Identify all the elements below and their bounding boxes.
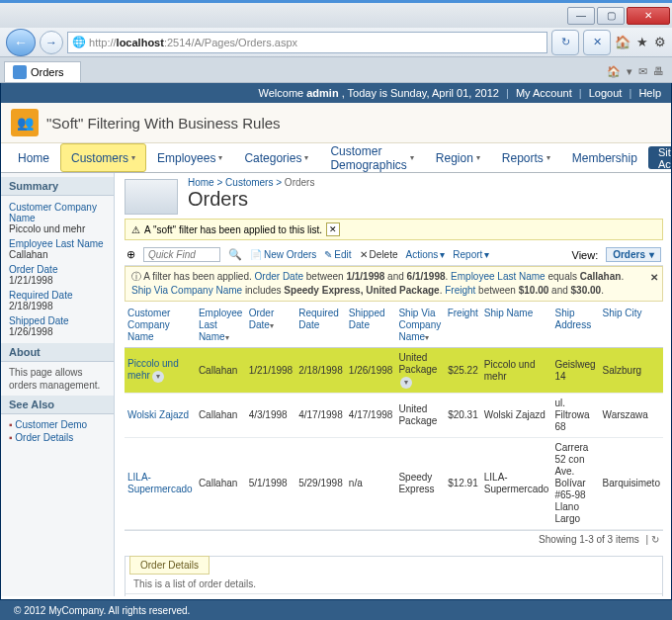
order-details-panel: Order Details This is a list of order de…	[125, 556, 663, 596]
actions-menu[interactable]: Actions ▾	[406, 249, 446, 260]
nav-item-employees[interactable]: Employees ▾	[146, 143, 233, 172]
url-protocol: http://	[89, 37, 117, 48]
browser-tab[interactable]: Orders	[4, 61, 81, 82]
column-header[interactable]: Required Date	[295, 304, 346, 348]
tab-feeds-icon[interactable]: ▾	[627, 65, 632, 78]
nav-item-reports[interactable]: Reports ▾	[491, 143, 561, 172]
column-header[interactable]: Shipped Date	[346, 304, 396, 348]
filter-field[interactable]: Ship Via Company Name	[131, 285, 242, 296]
logout-link[interactable]: Logout	[589, 87, 623, 99]
chevron-down-icon: ▾	[410, 153, 414, 162]
maximize-button[interactable]: ▢	[597, 7, 625, 25]
page-icon	[125, 179, 178, 215]
crumb-customers[interactable]: Customers	[225, 177, 273, 188]
refresh-button[interactable]: ↻	[551, 30, 579, 55]
column-header[interactable]: Customer Company Name	[125, 304, 196, 348]
nav-item-home[interactable]: Home	[7, 143, 60, 172]
footer: © 2012 MyCompany. All rights reserved.	[0, 600, 672, 620]
seealso-link[interactable]: Order Details	[9, 431, 106, 444]
orders-pager: Showing 1-3 of 3 items | ↻	[125, 530, 663, 548]
column-header[interactable]: Order Date▾	[246, 304, 296, 348]
filter-field[interactable]: Employee Last Name	[451, 271, 546, 282]
filter-field[interactable]: Order Date	[255, 271, 303, 282]
edit-button[interactable]: ✎ Edit	[324, 249, 351, 260]
column-header[interactable]: Ship Via Company Name▾	[395, 304, 444, 348]
tools-icon[interactable]: ⚙	[654, 35, 666, 49]
column-header[interactable]: Ship Name	[481, 304, 552, 348]
cell: Carrera 52 con Ave. Bolívar #65-98 Llano…	[551, 438, 599, 530]
orders-grid: Customer Company NameEmployee Last Name▾…	[125, 304, 663, 530]
details-tab[interactable]: Order Details	[129, 556, 210, 575]
sidebar-about-heading: About	[1, 343, 114, 362]
column-header[interactable]: Ship City	[600, 304, 663, 348]
tab-mail-icon[interactable]: ✉	[638, 65, 647, 78]
filter-close[interactable]: ✕	[650, 271, 658, 285]
column-header[interactable]: Employee Last Name▾	[196, 304, 246, 348]
cell: $25.22	[445, 348, 481, 394]
tab-home-icon[interactable]: 🏠	[607, 65, 621, 78]
column-header[interactable]: Freight	[445, 304, 481, 348]
cell: Callahan	[196, 394, 246, 438]
sidebar: Summary Customer Company NamePiccolo und…	[1, 173, 115, 596]
row-menu-icon[interactable]: ▾	[400, 377, 412, 389]
favorites-icon[interactable]: ★	[636, 35, 648, 49]
welcome-date: , Today is Sunday, April 01, 2012	[342, 87, 499, 99]
address-bar[interactable]: 🌐 http:// localhost :2514/A/Pages/Orders…	[67, 32, 547, 53]
view-selector[interactable]: Orders ▾	[606, 247, 661, 262]
cell: Wolski Zajazd	[125, 394, 196, 438]
new-orders-button[interactable]: 📄 New Orders	[250, 249, 316, 260]
filter-applied-bar: ⓘ A filter has been applied. Order Date …	[125, 266, 663, 302]
cell: n/a	[346, 438, 396, 530]
column-header[interactable]: Ship Address	[551, 304, 599, 348]
expand-icon[interactable]: ⊕	[126, 248, 135, 261]
welcome-prefix: Welcome	[259, 87, 304, 99]
minimize-button[interactable]: —	[567, 7, 595, 25]
nav-item-customer-demographics[interactable]: Customer Demographics ▾	[319, 143, 424, 172]
table-row[interactable]: LILA-SupermercadoCallahan5/1/19985/29/19…	[125, 438, 663, 530]
search-icon[interactable]: 🔍	[228, 248, 242, 261]
tab-print-icon[interactable]: 🖶	[653, 65, 664, 78]
sidebar-seealso-heading: See Also	[1, 396, 114, 414]
table-row[interactable]: Piccolo und mehr▾Callahan1/21/19982/18/1…	[125, 348, 663, 394]
chevron-down-icon: ▾	[218, 153, 222, 162]
cell: LILA-Supermercado	[481, 438, 552, 530]
cell: 1/26/1998	[346, 348, 396, 394]
customer-link[interactable]: Wolski Zajazd	[127, 409, 189, 420]
seealso-link[interactable]: Customer Demo	[9, 418, 106, 431]
summary-field-label[interactable]: Order Date	[9, 262, 106, 275]
view-label: View:	[572, 249, 599, 261]
customer-link[interactable]: LILA-Supermercado	[127, 472, 193, 494]
cell: 4/3/1998	[246, 394, 296, 438]
sidebar-summary-heading: Summary	[1, 177, 114, 196]
summary-field-value: 1/21/1998	[9, 275, 106, 288]
summary-field-label[interactable]: Employee Last Name	[9, 236, 106, 249]
back-button[interactable]: ←	[6, 29, 36, 56]
summary-field-label[interactable]: Required Date	[9, 288, 106, 301]
nav-item-region[interactable]: Region ▾	[425, 143, 491, 172]
filter-field[interactable]: Freight	[445, 285, 475, 296]
summary-field-label[interactable]: Shipped Date	[9, 313, 106, 326]
quick-find-input[interactable]	[143, 247, 220, 262]
nav-item-customers[interactable]: Customers ▾	[60, 143, 146, 172]
help-link[interactable]: Help	[638, 87, 661, 99]
details-toolbar: ⊕ 🔍 📄 New Order Details Actions ▾ Report…	[126, 594, 662, 596]
stop-button[interactable]: ✕	[583, 30, 611, 55]
delete-button[interactable]: ✕ Delete	[360, 249, 398, 260]
url-host: localhost	[117, 37, 164, 48]
nav-item-categories[interactable]: Categories ▾	[233, 143, 319, 172]
orders-toolbar: ⊕ 🔍 📄 New Orders ✎ Edit ✕ Delete Actions…	[125, 244, 663, 266]
crumb-home[interactable]: Home	[188, 177, 214, 188]
close-button[interactable]: ✕	[627, 7, 670, 25]
summary-field-label[interactable]: Customer Company Name	[9, 200, 106, 223]
soft-filter-close[interactable]: ✕	[326, 222, 340, 236]
report-menu[interactable]: Report ▾	[453, 249, 489, 260]
my-account-link[interactable]: My Account	[516, 87, 572, 99]
site-actions-menu[interactable]: Site Actions ▾	[648, 146, 672, 169]
nav-item-membership[interactable]: Membership	[561, 143, 648, 172]
row-menu-icon[interactable]: ▾	[152, 371, 164, 383]
home-icon[interactable]: 🏠	[615, 35, 630, 49]
chevron-down-icon: ▾	[131, 153, 135, 162]
table-row[interactable]: Wolski ZajazdCallahan4/3/19984/17/19984/…	[125, 394, 663, 438]
forward-button[interactable]: →	[40, 31, 63, 54]
refresh-icon[interactable]: | ↻	[646, 534, 659, 545]
